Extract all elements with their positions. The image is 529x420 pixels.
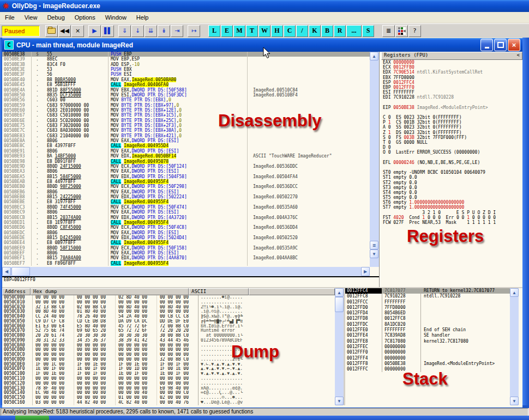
scroll-up-icon[interactable]: ▲ xyxy=(510,288,519,297)
disassembly-row[interactable]: 0050BEC3.8B0D 74F45000MOV ECX,DWORD PTR … xyxy=(2,205,370,210)
register-line[interactable] xyxy=(381,110,522,115)
dump-row[interactable]: 0050C11000 00 00 0000 00 00 0000 00 00 0… xyxy=(2,376,335,381)
panel-button-k[interactable]: K xyxy=(309,25,321,37)
dump-row[interactable]: 0050C08020 20 61 7420 30 30 3030 30 30 3… xyxy=(2,333,335,338)
dump-row[interactable]: 0050C13078 8F 40 0000 00 00 0000 00 00 0… xyxy=(2,386,335,391)
scroll-lines-icon[interactable]: ≣ xyxy=(370,241,378,249)
disassembly-row[interactable]: 0050BEDC.8B06MOV EAX,DWORD PTR DS:[ESI] xyxy=(2,230,370,235)
disassembly-info-pane[interactable]: EBP=0012FFF0 xyxy=(2,276,379,287)
register-line[interactable] xyxy=(381,165,522,170)
minimize-button[interactable] xyxy=(480,39,493,51)
register-line[interactable]: S 0 FS 003B 32bit 7FFDF000(FFF) xyxy=(381,135,522,140)
disassembly-row[interactable]: 0050BEAB.E8 4497F8FFCALL ImageRed.004955… xyxy=(2,179,370,184)
panel-button-b[interactable]: B xyxy=(321,25,333,37)
scroll-left-icon[interactable]: ◀ xyxy=(2,267,11,276)
stack-row[interactable]: 0012FFF80050BE38ImageRed.<ModuleEntryPoi… xyxy=(345,361,510,367)
panel-button-m[interactable]: M xyxy=(233,25,245,37)
stack-row[interactable]: 0012FFEC00000000 xyxy=(345,344,510,350)
panel-button-w[interactable]: W xyxy=(259,25,270,37)
appearance-icon[interactable] xyxy=(395,25,408,37)
register-line[interactable]: ST1 empty 0.0 xyxy=(381,175,522,180)
register-line[interactable]: ESI FFFFFFFF xyxy=(381,90,522,95)
dump-col-ascii[interactable]: ASCII xyxy=(189,288,249,295)
disassembly-row[interactable]: 0050BE50.8B35 DCF35000MOV ESI,DWORD PTR … xyxy=(2,93,370,98)
dump-row[interactable]: 0050C0F01E 00 1F 001E 00 1F 001F 00 1D 0… xyxy=(2,367,335,372)
disassembly-row[interactable]: 0050BEB6.8B06MOV EAX,DWORD PTR DS:[ESI] xyxy=(2,190,370,194)
stack-row[interactable]: 0012FFC47C817077RETURN to kernel32.7C817… xyxy=(345,288,510,294)
disassembly-row[interactable]: 0050BE98.E8 DB91F8FFCALL ImageRed.004950… xyxy=(2,159,370,164)
disassembly-row[interactable]: 0050BEBE.E8 3197F8FFCALL ImageRed.004955… xyxy=(2,199,370,204)
step-into-icon[interactable]: ⇓ xyxy=(118,25,131,37)
disassembly-row[interactable]: 0050BEF7.E8 F896F8FFCALL ImageRed.004955… xyxy=(2,261,370,266)
disassembly-row[interactable]: 0050BE91.8B06MOV EAX,DWORD PTR DS:[ESI] xyxy=(2,149,370,154)
scroll-up-icon[interactable]: ▲ xyxy=(335,288,344,297)
disassembly-hscrollbar[interactable]: ◀ ▶ xyxy=(2,267,370,276)
stack-row[interactable]: 0012FFD48054B6ED xyxy=(345,311,510,316)
dump-row[interactable]: 0050C0D000 00 00 0000 00 00 0000 00 00 0… xyxy=(2,357,335,362)
register-line[interactable]: EBX 7FFD8000 xyxy=(381,75,522,80)
register-line[interactable]: ST0 empty -UNORM BCBC 01050104 00640079 xyxy=(381,170,522,175)
dump-col-hex[interactable]: Hex dump xyxy=(31,288,189,295)
registers-header[interactable]: Registers (FPU) < xyxy=(381,52,522,60)
register-line[interactable]: A 0 SS 0023 32bit 0(FFFFFFFF) xyxy=(381,125,522,130)
disassembly-row[interactable]: 0050BEE9.8B0D 58F15000MOV ECX,DWORD PTR … xyxy=(2,246,370,251)
register-line[interactable]: P 1 CS 001B 32bit 0(FFFFFFFF) xyxy=(381,120,522,125)
help-icon[interactable]: ? xyxy=(408,25,421,37)
menu-item-file[interactable]: File xyxy=(0,13,20,22)
disassembly-row[interactable]: 0050BEE4.E8 0B97F8FFCALL ImageRed.004955… xyxy=(2,240,370,245)
pause-icon[interactable]: ▌▌ xyxy=(101,25,114,37)
stack-row[interactable]: 0012FFD80012FFC8 xyxy=(345,316,510,321)
run-icon[interactable]: ▶ xyxy=(88,25,101,37)
disassembly-pane[interactable]: 0050BE38$55PUSH EBP0050BE39.8BECMOV EBP,… xyxy=(2,52,370,267)
panel-button-l[interactable]: L xyxy=(208,25,220,37)
disassembly-row[interactable]: 0050BEC9.8B06MOV EAX,DWORD PTR DS:[ESI] xyxy=(2,210,370,215)
dump-pane[interactable]: Address Hex dump ASCII 0050C00000 00 00 … xyxy=(2,288,335,405)
panel-button-slash[interactable]: / xyxy=(296,25,308,37)
disassembly-row[interactable]: 0050BE3E.53PUSH EBX xyxy=(2,67,370,72)
register-line[interactable]: ECX 0012FFB0 xyxy=(381,65,522,70)
disassembly-row[interactable]: 0050BE3F.56PUSH ESI xyxy=(2,72,370,77)
menu-item-options[interactable]: Options xyxy=(70,13,100,22)
disassembly-row[interactable]: 0050BE9D.8B0D 24F15000MOV ECX,DWORD PTR … xyxy=(2,164,370,169)
register-line[interactable]: C 0 ES 0023 32bit 0(FFFFFFFF) xyxy=(381,115,522,120)
open-file-icon[interactable] xyxy=(45,25,58,37)
panel-button-t[interactable]: T xyxy=(246,25,258,37)
register-line[interactable]: ST2 empty 0.0 xyxy=(381,180,522,185)
stack-row[interactable]: 0012FFDC8A1DC020 xyxy=(345,322,510,327)
animate-over-icon[interactable]: ↡ xyxy=(158,25,170,37)
register-line[interactable]: ST5 empty 0.0 xyxy=(381,195,522,200)
disassembly-row[interactable]: 0050BE38$55PUSH EBP xyxy=(2,52,370,57)
disassembly-row[interactable]: 0050BE56.C603 00MOV BYTE PTR DS:[EBX],0 xyxy=(2,98,370,102)
dump-row[interactable]: 0050C01000 00 00 0000 00 00 0000 00 00 0… xyxy=(2,300,335,305)
disassembly-row[interactable]: 0050BECB.8B15 20374A00MOV EDX,DWORD PTR … xyxy=(2,215,370,220)
dump-row[interactable]: 0050C1001F 00 1E 001F 00 1F 001E 00 1F 0… xyxy=(2,372,335,376)
close-button[interactable]: × xyxy=(508,39,520,51)
register-line[interactable]: ST3 empty 0.0 xyxy=(381,185,522,190)
disassembly-row[interactable]: 0050BEB8.8B15 24225000MOV EDX,DWORD PTR … xyxy=(2,194,370,199)
disassembly-vscrollbar[interactable]: ▲ ≣ ▼ xyxy=(370,52,379,267)
animate-into-icon[interactable]: ⇊ xyxy=(145,25,157,37)
disassembly-row[interactable]: 0050BEF1.8B15 70A84A00MOV EDX,DWORD PTR … xyxy=(2,255,370,260)
scroll-right-icon[interactable]: ▶ xyxy=(361,267,370,276)
windows-list-icon[interactable]: ≣ xyxy=(382,25,395,37)
stack-row[interactable]: 0012FFCCFFFFFFFF xyxy=(345,300,510,305)
stack-row[interactable]: 0012FFC87C910228ntdll.7C910228 xyxy=(345,294,510,299)
disassembly-row[interactable]: 0050BE3B.83C4 F0ADD ESP,-10 xyxy=(2,62,370,67)
stack-vscrollbar[interactable]: ▲ ▼ xyxy=(510,288,519,405)
dump-row[interactable]: 0050C050C9 D7 CF C8CD CE DB D8DA D9 CA D… xyxy=(2,319,335,324)
disassembly-row[interactable]: 0050BE40.B8 B0BA5000MOV EAX,ImageRed.005… xyxy=(2,77,370,82)
cpu-window-title-bar[interactable]: C CPU - main thread, module ImageRed × xyxy=(2,38,522,52)
dump-row[interactable]: 0050C0A000 00 00 0000 00 00 0000 00 00 0… xyxy=(2,343,335,348)
register-line[interactable]: ST4 empty 0.0 xyxy=(381,190,522,195)
panel-button-c[interactable]: C xyxy=(284,25,296,37)
scroll-up-icon[interactable]: ▲ xyxy=(370,52,378,60)
panel-button-h[interactable]: H xyxy=(271,25,283,37)
panel-button-e[interactable]: E xyxy=(221,25,233,37)
menu-item-view[interactable]: View xyxy=(20,13,43,22)
disassembly-row[interactable]: 0050BEB0.8B0D 98F25000MOV ECX,DWORD PTR … xyxy=(2,184,370,189)
menu-item-help[interactable]: Help xyxy=(131,13,154,22)
disassembly-row[interactable]: 0050BE8C.E8 4397F8FFCALL ImageRed.004955… xyxy=(2,143,370,148)
disassembly-row[interactable]: 0050BEDE.8B15 D4245000MOV EDX,DWORD PTR … xyxy=(2,235,370,240)
panel-button-r[interactable]: R xyxy=(334,25,346,37)
stack-row[interactable]: 0012FFF000000000 xyxy=(345,350,510,355)
